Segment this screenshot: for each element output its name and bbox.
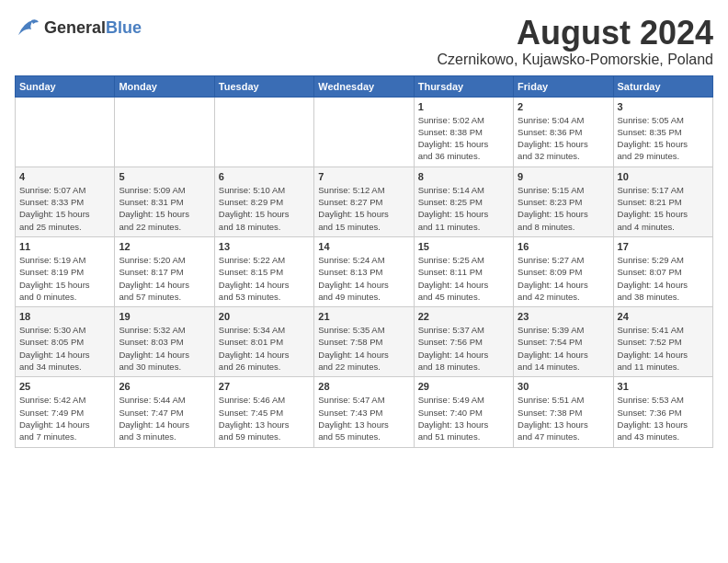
calendar-cell: 26Sunrise: 5:44 AM Sunset: 7:47 PM Dayli… (115, 377, 214, 447)
day-number: 7 (318, 171, 409, 182)
logo: GeneralBlue (15, 15, 142, 40)
calendar-cell: 1Sunrise: 5:02 AM Sunset: 8:38 PM Daylig… (414, 97, 513, 167)
day-detail: Sunrise: 5:39 AM Sunset: 7:54 PM Dayligh… (518, 324, 609, 373)
day-number: 27 (219, 381, 310, 392)
calendar-cell: 4Sunrise: 5:07 AM Sunset: 8:33 PM Daylig… (16, 167, 115, 236)
calendar-cell: 13Sunrise: 5:22 AM Sunset: 8:15 PM Dayli… (214, 236, 313, 306)
day-detail: Sunrise: 5:49 AM Sunset: 7:40 PM Dayligh… (418, 394, 509, 442)
day-detail: Sunrise: 5:04 AM Sunset: 8:36 PM Dayligh… (518, 114, 609, 163)
day-number: 19 (119, 311, 210, 322)
day-number: 24 (618, 311, 709, 322)
day-header-wednesday: Wednesday (314, 75, 414, 97)
calendar-cell: 28Sunrise: 5:47 AM Sunset: 7:43 PM Dayli… (314, 377, 414, 447)
day-number: 21 (318, 311, 409, 322)
day-detail: Sunrise: 5:10 AM Sunset: 8:29 PM Dayligh… (219, 184, 310, 233)
day-detail: Sunrise: 5:20 AM Sunset: 8:17 PM Dayligh… (119, 254, 210, 303)
logo-icon (15, 15, 40, 40)
day-number: 23 (518, 311, 609, 322)
day-number: 20 (219, 311, 310, 322)
calendar-cell: 22Sunrise: 5:37 AM Sunset: 7:56 PM Dayli… (414, 307, 513, 377)
day-detail: Sunrise: 5:17 AM Sunset: 8:21 PM Dayligh… (618, 184, 709, 233)
day-number: 15 (418, 241, 509, 252)
calendar-cell: 31Sunrise: 5:53 AM Sunset: 7:36 PM Dayli… (613, 377, 712, 447)
calendar-header: SundayMondayTuesdayWednesdayThursdayFrid… (16, 75, 713, 97)
header-row: SundayMondayTuesdayWednesdayThursdayFrid… (16, 75, 713, 97)
calendar-cell (16, 97, 115, 167)
day-detail: Sunrise: 5:12 AM Sunset: 8:27 PM Dayligh… (318, 184, 409, 233)
day-number: 2 (518, 101, 609, 112)
day-header-tuesday: Tuesday (214, 75, 313, 97)
calendar-cell (115, 97, 214, 167)
day-number: 11 (19, 241, 110, 252)
day-number: 18 (19, 311, 110, 322)
calendar-cell: 7Sunrise: 5:12 AM Sunset: 8:27 PM Daylig… (314, 167, 414, 236)
header: GeneralBlue August 2024 Czernikowo, Kuja… (15, 15, 713, 68)
calendar-cell: 9Sunrise: 5:15 AM Sunset: 8:23 PM Daylig… (514, 167, 613, 236)
calendar-week-4: 18Sunrise: 5:30 AM Sunset: 8:05 PM Dayli… (16, 307, 713, 377)
calendar-cell: 23Sunrise: 5:39 AM Sunset: 7:54 PM Dayli… (514, 307, 613, 377)
calendar-body: 1Sunrise: 5:02 AM Sunset: 8:38 PM Daylig… (16, 97, 713, 447)
day-header-saturday: Saturday (613, 75, 712, 97)
day-detail: Sunrise: 5:09 AM Sunset: 8:31 PM Dayligh… (119, 184, 210, 233)
calendar-cell: 10Sunrise: 5:17 AM Sunset: 8:21 PM Dayli… (613, 167, 712, 236)
calendar-cell: 21Sunrise: 5:35 AM Sunset: 7:58 PM Dayli… (314, 307, 414, 377)
day-detail: Sunrise: 5:51 AM Sunset: 7:38 PM Dayligh… (518, 394, 609, 442)
day-number: 10 (618, 171, 709, 182)
day-detail: Sunrise: 5:34 AM Sunset: 8:01 PM Dayligh… (219, 324, 310, 373)
day-detail: Sunrise: 5:53 AM Sunset: 7:36 PM Dayligh… (618, 394, 709, 442)
logo-general: General (44, 18, 106, 37)
calendar-cell: 15Sunrise: 5:25 AM Sunset: 8:11 PM Dayli… (414, 236, 513, 306)
calendar-cell: 8Sunrise: 5:14 AM Sunset: 8:25 PM Daylig… (414, 167, 513, 236)
calendar-table: SundayMondayTuesdayWednesdayThursdayFrid… (15, 75, 713, 448)
day-detail: Sunrise: 5:46 AM Sunset: 7:45 PM Dayligh… (219, 394, 310, 442)
day-number: 3 (618, 101, 709, 112)
calendar-cell: 3Sunrise: 5:05 AM Sunset: 8:35 PM Daylig… (613, 97, 712, 167)
calendar-cell: 17Sunrise: 5:29 AM Sunset: 8:07 PM Dayli… (613, 236, 712, 306)
day-detail: Sunrise: 5:29 AM Sunset: 8:07 PM Dayligh… (618, 254, 709, 303)
day-number: 1 (418, 101, 509, 112)
calendar-cell: 24Sunrise: 5:41 AM Sunset: 7:52 PM Dayli… (613, 307, 712, 377)
day-number: 14 (318, 241, 409, 252)
day-header-monday: Monday (115, 75, 214, 97)
day-number: 4 (19, 171, 110, 182)
day-detail: Sunrise: 5:37 AM Sunset: 7:56 PM Dayligh… (418, 324, 509, 373)
calendar-cell (314, 97, 414, 167)
day-detail: Sunrise: 5:41 AM Sunset: 7:52 PM Dayligh… (618, 324, 709, 373)
day-number: 5 (119, 171, 210, 182)
day-header-thursday: Thursday (414, 75, 513, 97)
day-detail: Sunrise: 5:22 AM Sunset: 8:15 PM Dayligh… (219, 254, 310, 303)
calendar-cell: 5Sunrise: 5:09 AM Sunset: 8:31 PM Daylig… (115, 167, 214, 236)
day-detail: Sunrise: 5:35 AM Sunset: 7:58 PM Dayligh… (318, 324, 409, 373)
calendar-week-1: 1Sunrise: 5:02 AM Sunset: 8:38 PM Daylig… (16, 97, 713, 167)
day-number: 17 (618, 241, 709, 252)
calendar-cell: 27Sunrise: 5:46 AM Sunset: 7:45 PM Dayli… (214, 377, 313, 447)
calendar-week-3: 11Sunrise: 5:19 AM Sunset: 8:19 PM Dayli… (16, 236, 713, 306)
day-number: 13 (219, 241, 310, 252)
calendar-cell: 18Sunrise: 5:30 AM Sunset: 8:05 PM Dayli… (16, 307, 115, 377)
day-detail: Sunrise: 5:02 AM Sunset: 8:38 PM Dayligh… (418, 114, 509, 163)
day-detail: Sunrise: 5:07 AM Sunset: 8:33 PM Dayligh… (19, 184, 110, 233)
day-number: 12 (119, 241, 210, 252)
day-detail: Sunrise: 5:42 AM Sunset: 7:49 PM Dayligh… (19, 394, 110, 442)
day-number: 22 (418, 311, 509, 322)
logo-blue: Blue (106, 18, 142, 37)
day-detail: Sunrise: 5:15 AM Sunset: 8:23 PM Dayligh… (518, 184, 609, 233)
day-number: 31 (618, 381, 709, 392)
day-detail: Sunrise: 5:19 AM Sunset: 8:19 PM Dayligh… (19, 254, 110, 303)
day-detail: Sunrise: 5:32 AM Sunset: 8:03 PM Dayligh… (119, 324, 210, 373)
day-number: 26 (119, 381, 210, 392)
day-number: 28 (318, 381, 409, 392)
day-number: 8 (418, 171, 509, 182)
day-detail: Sunrise: 5:44 AM Sunset: 7:47 PM Dayligh… (119, 394, 210, 442)
calendar-week-2: 4Sunrise: 5:07 AM Sunset: 8:33 PM Daylig… (16, 167, 713, 236)
calendar-cell (214, 97, 313, 167)
calendar-week-5: 25Sunrise: 5:42 AM Sunset: 7:49 PM Dayli… (16, 377, 713, 447)
calendar-cell: 19Sunrise: 5:32 AM Sunset: 8:03 PM Dayli… (115, 307, 214, 377)
calendar-cell: 25Sunrise: 5:42 AM Sunset: 7:49 PM Dayli… (16, 377, 115, 447)
calendar-cell: 20Sunrise: 5:34 AM Sunset: 8:01 PM Dayli… (214, 307, 313, 377)
day-detail: Sunrise: 5:05 AM Sunset: 8:35 PM Dayligh… (618, 114, 709, 163)
day-detail: Sunrise: 5:25 AM Sunset: 8:11 PM Dayligh… (418, 254, 509, 303)
page-title: August 2024 (437, 15, 713, 52)
day-number: 29 (418, 381, 509, 392)
page-subtitle: Czernikowo, Kujawsko-Pomorskie, Poland (437, 52, 713, 68)
